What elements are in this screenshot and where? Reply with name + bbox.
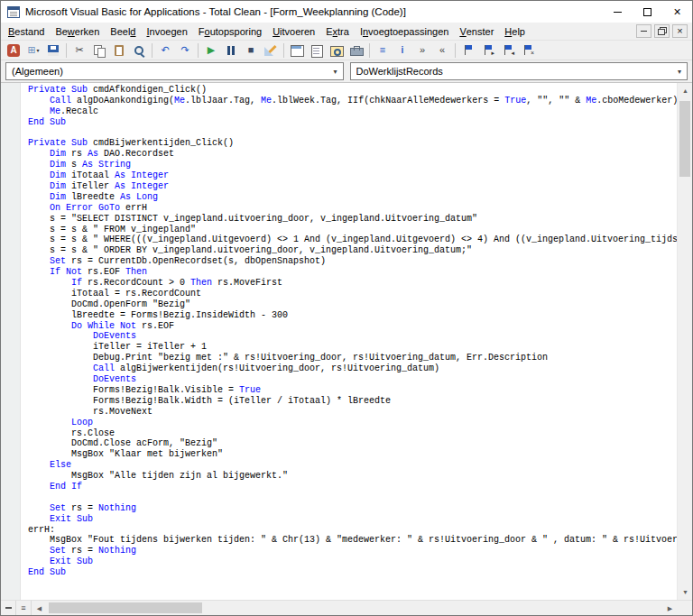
minimize-button[interactable] [603,1,633,23]
code-line[interactable] [28,578,677,589]
project-explorer-button[interactable] [287,41,307,60]
scroll-down-arrow-icon[interactable]: ▼ [678,584,693,600]
code-line[interactable]: Loop [28,418,677,428]
clear-bookmarks-button[interactable]: × [518,41,538,60]
code-line[interactable]: Forms!Bezig!Balk.Visible = True [28,385,677,396]
indent-button[interactable]: » [412,41,432,60]
code-line[interactable]: Dim s As String [28,160,677,170]
code-line[interactable]: On Error GoTo errH [28,203,677,214]
code-line[interactable]: Dim iTeller As Integer [28,181,677,192]
code-line[interactable]: Exit Sub [28,514,677,525]
code-editor[interactable]: Private Sub cmdAfkondigen_Click() Call a… [21,83,677,600]
horizontal-scroll-track[interactable] [47,601,662,615]
margin-indicator-bar[interactable] [1,83,21,600]
code-line[interactable]: iTeller = iTeller + 1 [28,342,677,353]
code-line[interactable]: DoEvents [28,331,677,342]
design-mode-button[interactable] [261,41,281,60]
menu-uitvoeren[interactable]: Uitvoeren [267,23,320,40]
break-button[interactable] [221,41,241,60]
code-line[interactable]: Dim lBreedte As Long [28,192,677,203]
code-line[interactable]: Dim rs As DAO.Recordset [28,149,677,160]
redo-button[interactable]: ↷ [175,41,195,60]
code-line[interactable]: MsgBox "Alle tijden zijn al bijgewerkt." [28,471,677,482]
menu-bewerken[interactable]: Bewerken [50,23,105,40]
code-line[interactable] [28,492,677,503]
next-bookmark-button[interactable]: ▸ [478,41,498,60]
horizontal-scrollbar[interactable]: ◀ ▶ [32,601,678,615]
code-line[interactable]: End Sub [28,567,677,578]
code-line[interactable]: Exit Sub [28,556,677,567]
code-line[interactable]: Debug.Print "bezig met :" & rs!Uitvoerin… [28,353,677,363]
code-line[interactable]: Set rs = Nothing [28,503,677,514]
view-access-button[interactable]: A [4,41,23,60]
run-button[interactable]: ▶ [201,41,221,60]
code-line[interactable]: DoEvents [28,374,677,385]
code-line[interactable]: Me.Recalc [28,106,677,117]
code-line[interactable]: iTotaal = rs.RecordCount [28,289,677,299]
child-close-button[interactable]: × [672,24,688,38]
code-line[interactable]: Call algBijwerkentijden(rs!Uitvoering_do… [28,363,677,374]
scroll-right-arrow-icon[interactable]: ▶ [662,601,678,616]
code-line[interactable] [28,128,677,139]
object-selector[interactable]: (Algemeen) ▾ [5,62,344,80]
chevron-down-icon[interactable]: ▾ [672,68,687,76]
code-line[interactable]: rs.MoveNext [28,407,677,418]
save-button[interactable] [43,41,63,60]
properties-window-button[interactable] [307,41,327,60]
code-line[interactable]: End Sub [28,117,677,128]
copy-button[interactable] [89,41,109,60]
code-line[interactable]: Set rs = CurrentDb.OpenRecordset(s, dbOp… [28,256,677,267]
procedure-view-button[interactable] [1,601,16,615]
menu-help[interactable]: Help [499,23,531,40]
code-line[interactable]: Private Sub cmdAfkondigen_Click() [28,85,677,96]
code-line[interactable]: s = s & " WHERE(((v_ingepland.Uitgevoerd… [28,234,677,245]
code-line[interactable]: rs.Close [28,428,677,439]
menu-beeld[interactable]: Beeld [105,23,141,40]
code-line[interactable]: MsgBox "Klaar met bijwerken" [28,449,677,460]
code-line[interactable]: lBreedte = Forms!Bezig.InsideWidth - 300 [28,310,677,321]
code-line[interactable] [28,589,677,600]
paste-button[interactable] [109,41,129,60]
reset-button[interactable]: ■ [241,41,261,60]
menu-bestand[interactable]: Bestand [3,23,50,40]
code-line[interactable]: s = "SELECT DISTINCT v_ingepland.uitvoer… [28,214,677,225]
toggle-bookmark-button[interactable] [458,41,478,60]
code-line[interactable]: End If [28,482,677,492]
child-minimize-button[interactable] [636,24,651,38]
vertical-scrollbar[interactable]: ▲ ▼ [677,83,692,600]
menu-foutopsporing[interactable]: Foutopsporing [193,23,267,40]
horizontal-scroll-thumb[interactable] [49,602,202,613]
outdent-button[interactable]: « [432,41,452,60]
object-browser-button[interactable] [327,41,346,60]
cut-button[interactable]: ✂ [69,41,89,60]
child-restore-button[interactable] [654,24,670,38]
full-module-view-button[interactable]: ≡ [16,601,32,615]
find-button[interactable] [129,41,149,60]
insert-userform-button[interactable]: ⊞▾ [23,41,43,60]
code-line[interactable]: Dim iTotaal As Integer [28,170,677,181]
menu-venster[interactable]: Venster [454,23,499,40]
code-line[interactable]: If Not rs.EOF Then [28,267,677,278]
code-line[interactable]: s = s & " ORDER BY v_ingepland.uitvoerin… [28,245,677,256]
code-line[interactable]: s = s & " FROM v_ingepland" [28,225,677,235]
quick-info-button[interactable]: i [393,41,412,60]
code-line[interactable]: If rs.RecordCount > 0 Then rs.MoveFirst [28,278,677,289]
chevron-down-icon[interactable]: ▾ [328,68,343,76]
menu-invoegen[interactable]: Invoegen [141,23,192,40]
code-line[interactable]: Do While Not rs.EOF [28,321,677,332]
code-line[interactable]: Private Sub cmdBijwerkentijden_Click() [28,138,677,149]
code-line[interactable]: MsgBox "Fout tijdens bijwerken tijden: "… [28,535,677,546]
list-properties-button[interactable]: ≡ [373,41,393,60]
maximize-button[interactable] [633,1,662,23]
vertical-scroll-thumb[interactable] [679,101,690,177]
code-line[interactable]: errH: [28,525,677,536]
scroll-up-arrow-icon[interactable]: ▲ [678,83,693,98]
previous-bookmark-button[interactable]: ◂ [498,41,518,60]
vertical-scroll-track[interactable] [678,98,692,584]
code-line[interactable]: Set rs = Nothing [28,546,677,556]
code-line[interactable]: Forms!Bezig!Balk.Width = (iTeller / iTot… [28,396,677,407]
toolbox-button[interactable] [346,41,366,60]
undo-button[interactable]: ↶ [155,41,175,60]
close-button[interactable]: × [662,1,692,23]
scroll-left-arrow-icon[interactable]: ◀ [32,601,47,616]
